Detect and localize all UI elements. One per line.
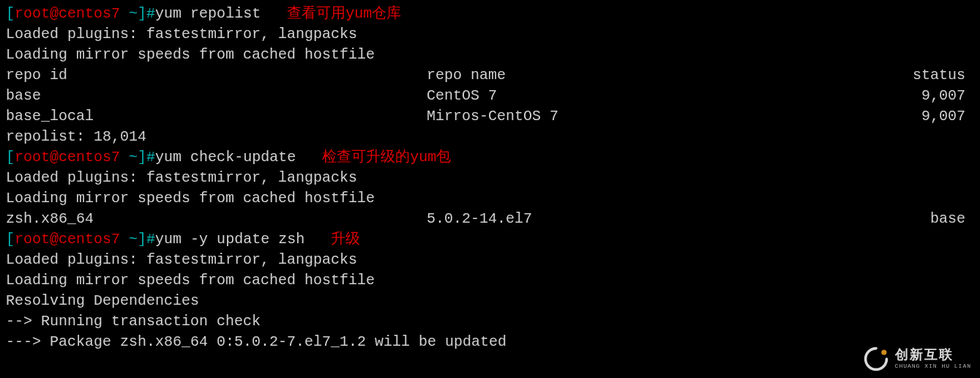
command-3: yum -y update zsh <box>155 229 331 250</box>
bracket-close: ]# <box>138 4 155 24</box>
user: root <box>15 147 50 168</box>
annotation-2: 检查可升级的yum包 <box>322 147 451 168</box>
svg-point-0 <box>881 349 886 355</box>
cell-reponame: CentOS 7 <box>427 86 859 106</box>
space <box>120 229 129 250</box>
col-repoid: repo id <box>6 65 427 86</box>
cell-pkg: zsh.x86_64 <box>6 209 427 229</box>
table-row: base_localMirros-CentOS 79,007 <box>6 106 974 127</box>
cell-status: 9,007 <box>921 86 965 106</box>
output-line: Loaded plugins: fastestmirror, langpacks <box>6 168 974 188</box>
at-sign: @ <box>50 4 59 24</box>
prompt-line-3[interactable]: [root@centos7 ~]#yum -y update zsh 升级 <box>6 229 974 250</box>
cell-repoid: base <box>6 86 427 106</box>
watermark: 创新互联 CHUANG XIN HU LIAN <box>863 346 971 372</box>
output-line: ---> Package zsh.x86_64 0:5.0.2-7.el7_1.… <box>6 332 974 352</box>
output-line: repolist: 18,014 <box>6 127 974 147</box>
annotation-3: 升级 <box>331 229 360 250</box>
command-2: yum check-update <box>155 147 322 168</box>
watermark-cn: 创新互联 <box>895 349 971 362</box>
output-line: Loaded plugins: fastestmirror, langpacks <box>6 24 974 45</box>
table-header: repo idrepo namestatus <box>6 65 974 86</box>
cell-version: 5.0.2-14.el7 <box>427 209 859 229</box>
watermark-text: 创新互联 CHUANG XIN HU LIAN <box>895 349 971 369</box>
output-line: Loading mirror speeds from cached hostfi… <box>6 45 974 65</box>
at-sign: @ <box>50 147 59 168</box>
space <box>120 4 129 24</box>
bracket-open: [ <box>6 4 15 24</box>
bracket-close: ]# <box>138 147 155 168</box>
hostname: centos7 <box>59 229 120 250</box>
at-sign: @ <box>50 229 59 250</box>
table-row: baseCentOS 79,007 <box>6 86 974 106</box>
annotation-1: 查看可用yum仓库 <box>287 4 401 24</box>
user: root <box>15 229 50 250</box>
user: root <box>15 4 50 24</box>
cell-status: 9,007 <box>921 106 965 127</box>
output-line: Loaded plugins: fastestmirror, langpacks <box>6 250 974 270</box>
bracket-close: ]# <box>138 229 155 250</box>
command-1: yum repolist <box>155 4 287 24</box>
tilde: ~ <box>129 147 138 168</box>
output-line: Loading mirror speeds from cached hostfi… <box>6 188 974 209</box>
cell-reponame: Mirros-CentOS 7 <box>427 106 859 127</box>
prompt-line-1[interactable]: [root@centos7 ~]#yum repolist 查看可用yum仓库 <box>6 4 974 24</box>
tilde: ~ <box>129 229 138 250</box>
hostname: centos7 <box>59 4 120 24</box>
cell-repoid: base_local <box>6 106 427 127</box>
tilde: ~ <box>129 4 138 24</box>
watermark-en: CHUANG XIN HU LIAN <box>895 363 971 369</box>
space <box>120 147 129 168</box>
bracket-open: [ <box>6 147 15 168</box>
watermark-logo-icon <box>863 346 889 372</box>
prompt-line-2[interactable]: [root@centos7 ~]#yum check-update 检查可升级的… <box>6 147 974 168</box>
bracket-open: [ <box>6 229 15 250</box>
col-reponame: repo name <box>427 65 859 86</box>
table-row: zsh.x86_645.0.2-14.el7base <box>6 209 974 229</box>
cell-repo: base <box>930 209 965 229</box>
col-status: status <box>913 65 965 86</box>
output-line: Resolving Dependencies <box>6 291 974 311</box>
output-line: Loading mirror speeds from cached hostfi… <box>6 270 974 291</box>
hostname: centos7 <box>59 147 120 168</box>
output-line: --> Running transaction check <box>6 311 974 332</box>
